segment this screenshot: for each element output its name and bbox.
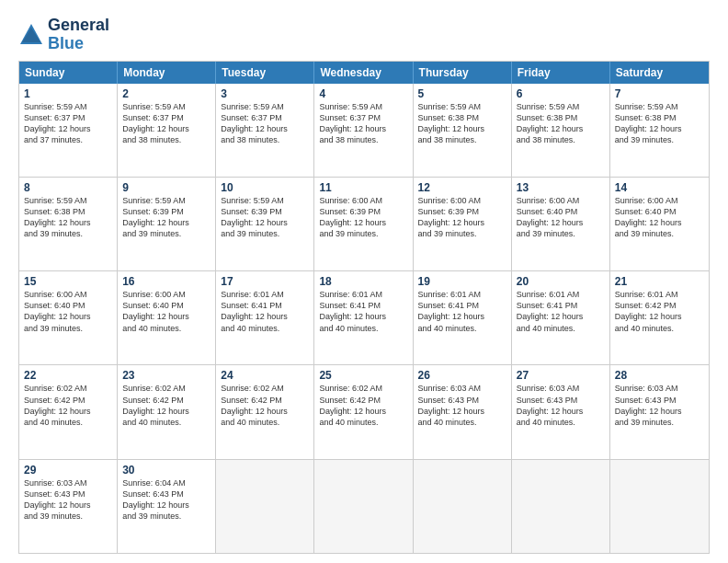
day-cell-24: 24Sunrise: 6:02 AM Sunset: 6:42 PM Dayli… (216, 365, 314, 458)
day-number: 11 (319, 181, 407, 194)
day-number: 8 (24, 181, 112, 194)
calendar-row-2: 8Sunrise: 5:59 AM Sunset: 6:38 PM Daylig… (19, 177, 709, 270)
day-cell-20: 20Sunrise: 6:01 AM Sunset: 6:41 PM Dayli… (512, 271, 610, 364)
day-cell-29: 29Sunrise: 6:03 AM Sunset: 6:43 PM Dayli… (19, 460, 118, 553)
empty-cell (216, 460, 314, 553)
day-number: 4 (319, 87, 407, 100)
day-cell-23: 23Sunrise: 6:02 AM Sunset: 6:42 PM Dayli… (118, 365, 216, 458)
day-number: 17 (221, 275, 309, 288)
day-cell-13: 13Sunrise: 6:00 AM Sunset: 6:40 PM Dayli… (512, 178, 610, 270)
day-number: 16 (122, 275, 210, 288)
day-cell-19: 19Sunrise: 6:01 AM Sunset: 6:41 PM Dayli… (414, 271, 512, 364)
day-cell-17: 17Sunrise: 6:01 AM Sunset: 6:41 PM Dayli… (216, 271, 314, 364)
calendar-row-3: 15Sunrise: 6:00 AM Sunset: 6:40 PM Dayli… (19, 270, 709, 364)
day-info: Sunrise: 6:00 AM Sunset: 6:39 PM Dayligh… (418, 195, 506, 240)
day-number: 3 (221, 87, 309, 100)
empty-cell (610, 460, 709, 553)
day-cell-7: 7Sunrise: 5:59 AM Sunset: 6:38 PM Daylig… (610, 84, 709, 177)
day-cell-27: 27Sunrise: 6:03 AM Sunset: 6:43 PM Dayli… (512, 365, 610, 458)
day-number: 10 (221, 181, 309, 194)
day-cell-30: 30Sunrise: 6:04 AM Sunset: 6:43 PM Dayli… (118, 460, 216, 553)
day-number: 7 (615, 87, 704, 100)
day-cell-10: 10Sunrise: 5:59 AM Sunset: 6:39 PM Dayli… (216, 178, 314, 270)
day-number: 20 (517, 275, 605, 288)
day-number: 23 (122, 369, 210, 382)
header-day-friday: Friday (512, 62, 610, 84)
day-number: 6 (517, 87, 605, 100)
day-info: Sunrise: 5:59 AM Sunset: 6:38 PM Dayligh… (517, 101, 605, 146)
header-day-tuesday: Tuesday (216, 62, 314, 84)
day-info: Sunrise: 6:04 AM Sunset: 6:43 PM Dayligh… (122, 477, 210, 523)
day-number: 24 (221, 369, 309, 382)
day-number: 14 (615, 181, 704, 194)
day-number: 19 (418, 275, 506, 288)
calendar-row-4: 22Sunrise: 6:02 AM Sunset: 6:42 PM Dayli… (19, 364, 709, 458)
logo-text: General Blue (48, 17, 109, 53)
day-info: Sunrise: 6:03 AM Sunset: 6:43 PM Dayligh… (418, 383, 506, 428)
day-number: 2 (122, 87, 210, 100)
day-info: Sunrise: 6:02 AM Sunset: 6:42 PM Dayligh… (319, 383, 407, 428)
calendar-row-1: 1Sunrise: 5:59 AM Sunset: 6:37 PM Daylig… (19, 84, 709, 177)
day-info: Sunrise: 6:02 AM Sunset: 6:42 PM Dayligh… (24, 383, 112, 428)
day-info: Sunrise: 6:03 AM Sunset: 6:43 PM Dayligh… (24, 477, 112, 523)
page: General Blue SundayMondayTuesdayWednesda… (0, 0, 728, 563)
logo: General Blue (18, 17, 109, 53)
day-cell-26: 26Sunrise: 6:03 AM Sunset: 6:43 PM Dayli… (414, 365, 512, 458)
day-number: 22 (24, 369, 112, 382)
day-info: Sunrise: 5:59 AM Sunset: 6:38 PM Dayligh… (615, 101, 704, 146)
day-cell-2: 2Sunrise: 5:59 AM Sunset: 6:37 PM Daylig… (118, 84, 216, 177)
day-info: Sunrise: 5:59 AM Sunset: 6:37 PM Dayligh… (24, 101, 112, 146)
day-info: Sunrise: 6:00 AM Sunset: 6:40 PM Dayligh… (24, 289, 112, 334)
day-cell-11: 11Sunrise: 6:00 AM Sunset: 6:39 PM Dayli… (314, 178, 413, 270)
day-cell-6: 6Sunrise: 5:59 AM Sunset: 6:38 PM Daylig… (512, 84, 610, 177)
day-cell-16: 16Sunrise: 6:00 AM Sunset: 6:40 PM Dayli… (118, 271, 216, 364)
day-info: Sunrise: 5:59 AM Sunset: 6:39 PM Dayligh… (122, 195, 210, 240)
day-info: Sunrise: 6:00 AM Sunset: 6:40 PM Dayligh… (122, 289, 210, 334)
day-info: Sunrise: 6:03 AM Sunset: 6:43 PM Dayligh… (517, 383, 605, 428)
day-info: Sunrise: 6:03 AM Sunset: 6:43 PM Dayligh… (615, 383, 704, 428)
day-cell-12: 12Sunrise: 6:00 AM Sunset: 6:39 PM Dayli… (414, 178, 512, 270)
day-number: 9 (122, 181, 210, 194)
day-info: Sunrise: 6:01 AM Sunset: 6:41 PM Dayligh… (319, 289, 407, 334)
day-info: Sunrise: 5:59 AM Sunset: 6:39 PM Dayligh… (221, 195, 309, 240)
logo-icon (18, 22, 44, 48)
day-info: Sunrise: 5:59 AM Sunset: 6:37 PM Dayligh… (319, 101, 407, 146)
day-cell-22: 22Sunrise: 6:02 AM Sunset: 6:42 PM Dayli… (19, 365, 118, 458)
day-cell-5: 5Sunrise: 5:59 AM Sunset: 6:38 PM Daylig… (414, 84, 512, 177)
svg-marker-1 (22, 28, 40, 42)
day-number: 29 (24, 464, 112, 477)
day-info: Sunrise: 5:59 AM Sunset: 6:37 PM Dayligh… (221, 101, 309, 146)
day-number: 26 (418, 369, 506, 382)
day-number: 27 (517, 369, 605, 382)
day-info: Sunrise: 6:00 AM Sunset: 6:40 PM Dayligh… (517, 195, 605, 240)
day-info: Sunrise: 5:59 AM Sunset: 6:38 PM Dayligh… (418, 101, 506, 146)
day-cell-1: 1Sunrise: 5:59 AM Sunset: 6:37 PM Daylig… (19, 84, 118, 177)
empty-cell (414, 460, 512, 553)
header-day-saturday: Saturday (610, 62, 709, 84)
calendar-body: 1Sunrise: 5:59 AM Sunset: 6:37 PM Daylig… (19, 84, 709, 553)
calendar-header: SundayMondayTuesdayWednesdayThursdayFrid… (19, 62, 709, 84)
day-info: Sunrise: 6:02 AM Sunset: 6:42 PM Dayligh… (122, 383, 210, 428)
header-day-thursday: Thursday (414, 62, 512, 84)
day-cell-28: 28Sunrise: 6:03 AM Sunset: 6:43 PM Dayli… (610, 365, 709, 458)
day-cell-21: 21Sunrise: 6:01 AM Sunset: 6:42 PM Dayli… (610, 271, 709, 364)
day-info: Sunrise: 6:00 AM Sunset: 6:40 PM Dayligh… (615, 195, 704, 240)
day-number: 1 (24, 87, 112, 100)
calendar: SundayMondayTuesdayWednesdayThursdayFrid… (18, 61, 710, 554)
header: General Blue (18, 17, 710, 53)
day-cell-18: 18Sunrise: 6:01 AM Sunset: 6:41 PM Dayli… (314, 271, 413, 364)
day-number: 25 (319, 369, 407, 382)
day-number: 13 (517, 181, 605, 194)
calendar-row-5: 29Sunrise: 6:03 AM Sunset: 6:43 PM Dayli… (19, 459, 709, 553)
day-info: Sunrise: 6:01 AM Sunset: 6:42 PM Dayligh… (615, 289, 704, 334)
header-day-wednesday: Wednesday (314, 62, 413, 84)
day-info: Sunrise: 6:02 AM Sunset: 6:42 PM Dayligh… (221, 383, 309, 428)
day-number: 21 (615, 275, 704, 288)
day-cell-14: 14Sunrise: 6:00 AM Sunset: 6:40 PM Dayli… (610, 178, 709, 270)
day-cell-25: 25Sunrise: 6:02 AM Sunset: 6:42 PM Dayli… (314, 365, 413, 458)
day-number: 30 (122, 464, 210, 477)
empty-cell (512, 460, 610, 553)
day-cell-15: 15Sunrise: 6:00 AM Sunset: 6:40 PM Dayli… (19, 271, 118, 364)
day-cell-4: 4Sunrise: 5:59 AM Sunset: 6:37 PM Daylig… (314, 84, 413, 177)
day-number: 15 (24, 275, 112, 288)
